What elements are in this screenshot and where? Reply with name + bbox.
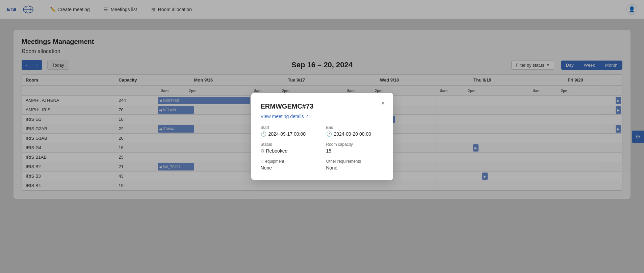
status-field: Status Rebooked bbox=[261, 142, 318, 154]
modal-overlay[interactable]: × ERMWGEMC#73 View meeting details ↗ Sta… bbox=[0, 0, 644, 273]
modal-title: ERMWGEMC#73 bbox=[261, 103, 384, 110]
room-capacity-label: Room capacity bbox=[326, 142, 384, 147]
end-label: End bbox=[326, 125, 384, 130]
end-value: 🕐 2024-09-20 00:00 bbox=[326, 131, 384, 137]
clock-icon: 🕐 bbox=[261, 131, 266, 137]
end-field: End 🕐 2024-09-20 00:00 bbox=[326, 125, 384, 137]
external-link-icon: ↗ bbox=[305, 114, 309, 119]
other-requirements-label: Other requirements bbox=[326, 159, 384, 164]
modal-details-grid: Start 🕐 2024-09-17 00:00 End 🕐 2024-09-2… bbox=[261, 125, 384, 170]
other-requirements-value: None bbox=[326, 165, 384, 170]
view-meeting-details-link[interactable]: View meeting details ↗ bbox=[261, 114, 384, 119]
status-value: Rebooked bbox=[261, 148, 318, 154]
start-value: 🕐 2024-09-17 00:00 bbox=[261, 131, 318, 137]
view-link-label: View meeting details bbox=[261, 114, 304, 119]
room-capacity-field: Room capacity 15 bbox=[326, 142, 384, 154]
room-capacity-value: 15 bbox=[326, 148, 384, 154]
other-requirements-field: Other requirements None bbox=[326, 159, 384, 170]
status-label: Status bbox=[261, 142, 318, 147]
clock-icon-end: 🕐 bbox=[326, 131, 332, 137]
it-equipment-label: IT equipment bbox=[261, 159, 318, 164]
modal-close-button[interactable]: × bbox=[378, 98, 388, 108]
status-dot bbox=[261, 149, 264, 153]
start-field: Start 🕐 2024-09-17 00:00 bbox=[261, 125, 318, 137]
it-equipment-field: IT equipment None bbox=[261, 159, 318, 170]
it-equipment-value: None bbox=[261, 165, 318, 170]
start-label: Start bbox=[261, 125, 318, 130]
meeting-detail-modal: × ERMWGEMC#73 View meeting details ↗ Sta… bbox=[251, 93, 393, 180]
